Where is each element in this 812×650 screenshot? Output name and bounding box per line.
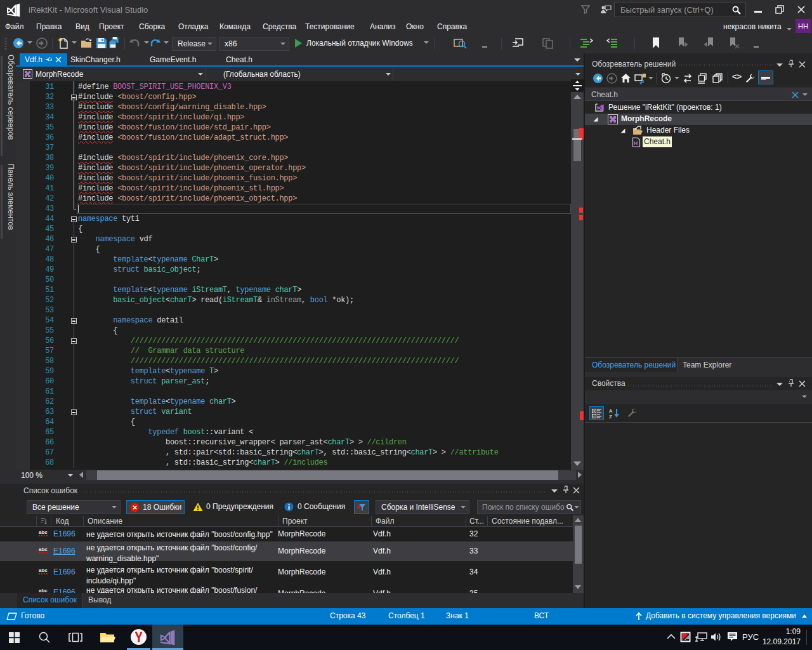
svg-text:A: A [609, 408, 613, 414]
svg-text:Z: Z [609, 414, 612, 419]
